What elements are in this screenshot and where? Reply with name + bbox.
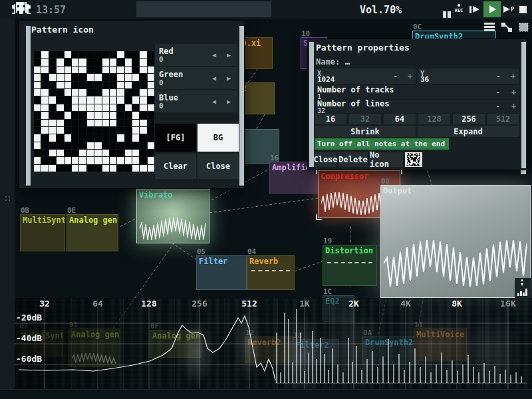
icon-pixel[interactable] [117,120,124,126]
icon-pixel[interactable] [117,165,124,172]
icon-pixel[interactable] [57,96,63,103]
icon-pixel[interactable] [41,150,48,156]
icon-pixel[interactable] [117,134,124,141]
icon-pixel[interactable] [110,127,116,134]
scrollbar-left[interactable] [309,42,314,167]
icon-pixel[interactable] [72,89,78,96]
icon-pixel[interactable] [34,134,41,141]
icon-pixel[interactable] [132,165,139,172]
icon-pixel[interactable] [79,127,86,134]
icon-pixel[interactable] [140,59,146,65]
icon-pixel[interactable] [102,134,109,141]
icon-pixel[interactable] [102,96,109,103]
clear-button[interactable]: Clear [155,154,196,179]
icon-pixel[interactable] [132,157,139,164]
icon-pixel[interactable] [140,96,146,103]
icon-pixel[interactable] [148,104,154,111]
tracks-field[interactable]: Number of tracks 1 - + [315,85,519,99]
icon-preview-button[interactable] [405,152,422,167]
icon-pixel[interactable] [87,59,94,65]
icon-pixel[interactable] [140,150,146,156]
icon-pixel[interactable] [41,59,48,65]
icon-pixel[interactable] [65,74,71,80]
icon-pixel[interactable] [94,51,101,58]
icon-pixel[interactable] [79,66,86,73]
close-button[interactable]: Close [198,154,239,179]
icon-pixel[interactable] [57,165,63,172]
sunvox-logo-icon[interactable] [12,2,31,17]
spectrum-analyzer[interactable]: 32641282565121K2K4K8K16K -20dB-40dB-60dB [15,298,532,389]
plus-button[interactable]: + [511,88,516,97]
icon-pixel[interactable] [87,66,94,73]
module-multisynth[interactable]: 0BMultiSynth [20,214,65,251]
size-32-button[interactable]: 32 [349,114,381,124]
icon-pixel[interactable] [140,89,146,96]
icon-pixel[interactable] [49,51,56,58]
name-value[interactable]: … [345,57,350,66]
icon-pixel[interactable] [41,51,48,58]
icon-pixel[interactable] [49,82,56,88]
icon-pixel[interactable] [110,165,116,172]
arrow-right-icon[interactable]: ▶ [227,98,231,105]
icon-pixel[interactable] [49,104,56,111]
icon-pixel[interactable] [57,74,63,80]
icon-pixel[interactable] [79,74,86,80]
spectrum-scale-button[interactable] [515,278,531,298]
minus-button[interactable]: - [495,102,500,111]
icon-pixel[interactable] [132,66,139,73]
icon-pixel[interactable] [72,120,78,126]
icon-pixel[interactable] [87,112,94,118]
icon-pixel[interactable] [57,134,63,141]
icon-pixel[interactable] [94,112,101,118]
icon-pixel[interactable] [102,74,109,80]
green-slider[interactable]: Green 0 ◀ ▶ [155,67,237,89]
module-reverb[interactable]: 04Reverb [247,255,295,290]
icon-pixel[interactable] [34,165,41,172]
toolbar-panel[interactable] [136,1,271,17]
icon-pixel[interactable] [117,127,124,134]
icon-pixel[interactable] [65,142,71,149]
icon-pixel[interactable] [125,134,132,141]
icon-pixel[interactable] [102,165,109,172]
icon-pixel[interactable] [34,127,41,134]
icon-pixel[interactable] [79,89,86,96]
icon-pixel[interactable] [41,104,48,111]
icon-pixel[interactable] [132,59,139,65]
icon-pixel[interactable] [87,74,94,80]
size-512-button[interactable]: 512 [487,114,519,124]
volume-label[interactable]: Vol.70% [360,4,402,16]
icon-pixel[interactable] [87,134,94,141]
icon-pixel[interactable] [72,82,78,88]
icon-pixel[interactable] [72,74,78,80]
icon-pixel[interactable] [65,165,71,172]
icon-pixel[interactable] [87,150,94,156]
minus-button[interactable]: - [393,72,398,81]
module-vibrato[interactable]: 02Vibrato [136,189,209,243]
icon-pixel[interactable] [132,127,139,134]
icon-pixel[interactable] [132,74,139,80]
icon-pixel[interactable] [94,104,101,111]
icon-pixel[interactable] [102,89,109,96]
icon-pixel[interactable] [87,127,94,134]
icon-pixel[interactable] [87,51,94,58]
icon-pixel[interactable] [49,112,56,118]
icon-pixel[interactable] [57,82,63,88]
icon-pixel[interactable] [57,157,63,164]
minus-button[interactable]: - [496,72,501,81]
icon-pixel[interactable] [49,157,56,164]
icon-pixel[interactable] [87,165,94,172]
icon-pixel[interactable] [49,59,56,65]
icon-pixel[interactable] [132,51,139,58]
icon-pixel[interactable] [117,96,124,103]
size-128-button[interactable]: 128 [418,114,450,124]
icon-pixel[interactable] [148,89,154,96]
icon-pixel[interactable] [148,112,154,118]
icon-pixel[interactable] [34,82,41,88]
icon-pixel[interactable] [140,51,146,58]
icon-pixel[interactable] [65,51,71,58]
icon-pixel[interactable] [79,104,86,111]
icon-pixel[interactable] [34,66,41,73]
icon-pixel[interactable] [41,134,48,141]
icon-pixel[interactable] [140,104,146,111]
icon-pixel[interactable] [117,82,124,88]
